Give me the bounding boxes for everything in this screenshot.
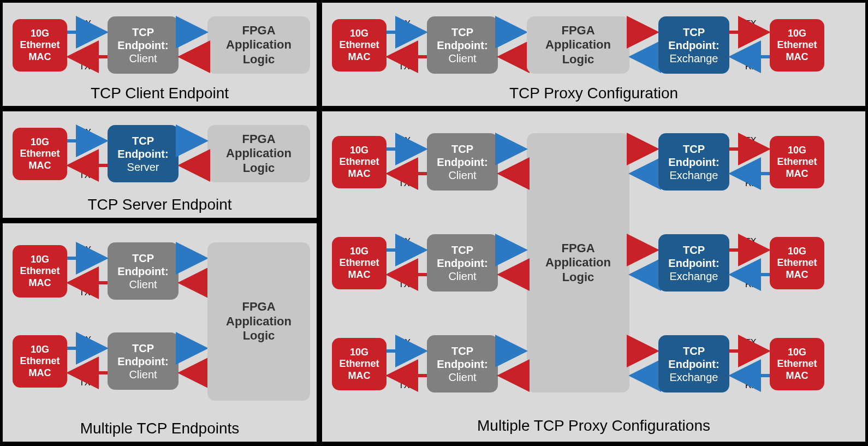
mac-label: 10G Ethernet MAC <box>20 254 60 289</box>
tx-label-r: TX <box>745 19 756 29</box>
arrow-in <box>179 162 207 169</box>
tcp-label: TCP Endpoint: <box>668 26 719 52</box>
tcp-exchange-block: TCP Endpoint:Exchange <box>658 335 729 393</box>
arrow <box>498 348 527 354</box>
fpga-block: FPGA Application Logic <box>207 242 310 401</box>
panel-multi-endpoints: 10G Ethernet MAC TCP Endpoint: Client RX… <box>3 223 317 442</box>
arrow <box>729 271 770 278</box>
caption-multi-proxy: Multiple TCP Proxy Configurations <box>322 417 865 435</box>
fpga-label: FPGA Application Logic <box>545 241 611 284</box>
arrow-in <box>179 280 207 286</box>
fpga-label: FPGA Application Logic <box>545 23 611 67</box>
rx-label: RX <box>79 128 91 138</box>
arrow-in <box>179 53 207 60</box>
mac-label: 10G Ethernet MAC <box>777 347 817 382</box>
arrow <box>629 271 658 278</box>
tx-label: TX <box>399 280 409 289</box>
arrow-tx <box>67 370 108 376</box>
mac-label: 10G Ethernet MAC <box>20 344 60 379</box>
tcp-client-sub: Client <box>448 371 476 384</box>
rx-label: RX <box>79 245 91 255</box>
mac-label: 10G Ethernet MAC <box>20 136 60 172</box>
tcp-label: TCP Endpoint: <box>437 243 487 270</box>
tcp-label: TCP Endpoint: <box>668 243 719 270</box>
tcp-server-sub: Server <box>127 160 159 174</box>
arrow-out <box>498 29 527 35</box>
mac-label: 10G Ethernet MAC <box>339 145 379 180</box>
tx-label: TX <box>79 378 90 388</box>
arrow <box>387 146 427 152</box>
arrow <box>729 348 770 354</box>
tx-label: TX <box>79 62 90 72</box>
tcp-label: TCP Endpoint: <box>668 344 719 371</box>
mac-label: 10G Ethernet MAC <box>339 347 379 382</box>
panel-multi-proxy: FPGA Application Logic 10G Ethernet MAC … <box>322 111 865 442</box>
arrow <box>498 271 527 278</box>
arrow <box>629 348 658 354</box>
mac-block: 10G Ethernet MAC <box>13 19 67 72</box>
mac-label: 10G Ethernet MAC <box>339 28 379 63</box>
tcp-server-block: TCP Endpoint: Server <box>108 125 179 182</box>
tcp-label: TCP Endpoint: <box>437 344 487 371</box>
arrow-rx-r <box>729 53 770 60</box>
tcp-client-block: TCP Endpoint: Client <box>427 16 498 74</box>
mac-block: 10G Ethernet MAC <box>332 136 387 188</box>
arrow-out-r <box>629 29 658 35</box>
arrow <box>498 146 527 152</box>
arrow-tx <box>67 162 108 169</box>
fpga-label: FPGA Application Logic <box>226 23 292 67</box>
rx-label: RX <box>399 136 411 146</box>
arrow-out <box>179 345 207 352</box>
fpga-block: FPGA Application Logic <box>207 16 310 74</box>
mac-block-r: 10G Ethernet MAC <box>770 338 824 390</box>
tcp-client-block: TCP Endpoint: Client <box>108 16 179 74</box>
arrow-in-r <box>629 53 658 60</box>
arrow-tx <box>387 53 427 60</box>
caption-client: TCP Client Endpoint <box>3 85 317 102</box>
tx-label: TX <box>79 170 90 180</box>
mac-block: 10G Ethernet MAC <box>13 128 67 180</box>
tcp-client-block: TCP Endpoint: Client <box>108 332 179 390</box>
tcp-client-sub: Client <box>448 270 476 283</box>
arrow <box>387 372 427 379</box>
mac-block: 10G Ethernet MAC <box>13 335 67 388</box>
arrow <box>498 170 527 177</box>
rx-label: RX <box>399 19 411 29</box>
tx-label: TX <box>399 179 409 188</box>
arrow-rx <box>387 29 427 35</box>
mac-block-r: 10G Ethernet MAC <box>770 136 824 188</box>
arrow-rx <box>67 345 108 352</box>
tcp-label: TCP Endpoint: <box>117 134 168 160</box>
rx-label-r: RX <box>745 380 757 390</box>
tx-label: TX <box>399 62 409 72</box>
tcp-label: TCP Endpoint: <box>437 26 487 52</box>
arrow-tx <box>67 53 108 60</box>
panel-proxy: 10G Ethernet MAC TCP Endpoint: Client RX… <box>322 3 865 106</box>
tcp-client-block: TCP Endpoint:Client <box>427 133 498 191</box>
mac-block: 10G Ethernet MAC <box>13 245 67 298</box>
mac-label: 10G Ethernet MAC <box>339 246 379 281</box>
arrow <box>387 271 427 278</box>
tcp-exchange-block: TCP Endpoint:Exchange <box>658 234 729 292</box>
rx-label: RX <box>399 338 411 348</box>
tcp-label: TCP Endpoint: <box>117 26 168 52</box>
tcp-client-block: TCP Endpoint: Client <box>108 242 179 300</box>
caption-multi-endpoints: Multiple TCP Endpoints <box>3 420 317 437</box>
tcp-label: TCP Endpoint: <box>437 142 487 169</box>
tx-label-r: TX <box>745 136 756 146</box>
tx-label-r: TX <box>745 237 756 247</box>
rx-label-r: RX <box>745 62 757 72</box>
arrow <box>387 348 427 354</box>
tcp-exchange-block: TCP Endpoint: Exchange <box>658 16 729 74</box>
tx-label: TX <box>399 380 409 390</box>
fpga-label: FPGA Application Logic <box>226 132 292 175</box>
mac-label: 10G Ethernet MAC <box>777 246 817 281</box>
arrow <box>498 372 527 379</box>
arrow-rx <box>67 29 108 35</box>
arrow-tx-r <box>729 29 770 35</box>
panel-server: 10G Ethernet MAC TCP Endpoint: Server FP… <box>3 111 317 218</box>
arrow-out <box>179 255 207 261</box>
tcp-exchange-sub: Exchange <box>670 52 718 65</box>
caption-server: TCP Server Endpoint <box>3 196 317 213</box>
arrow <box>629 146 658 152</box>
